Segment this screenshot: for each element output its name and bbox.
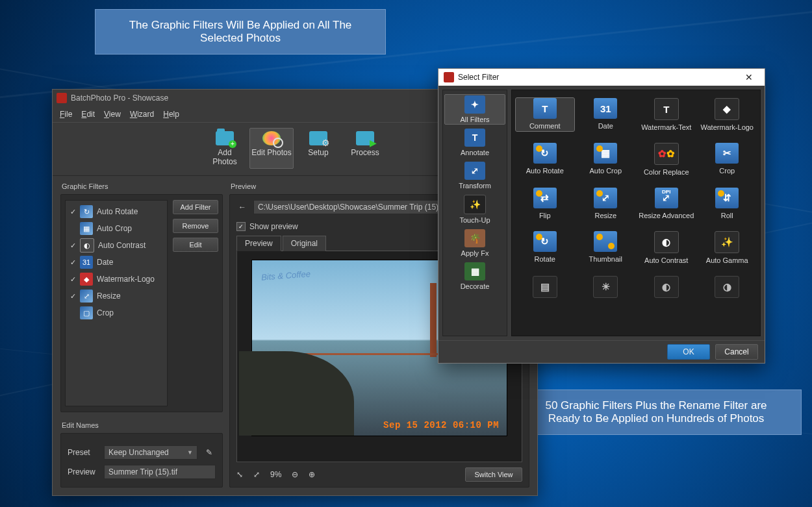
bridge-icon	[430, 283, 437, 356]
toolbar-setup-label: Setup	[308, 148, 328, 157]
ok-button[interactable]: OK	[667, 344, 710, 360]
path-back-button[interactable]: ←	[236, 203, 248, 212]
cancel-button[interactable]: Cancel	[715, 344, 758, 360]
filter-auto-rotate[interactable]: ↻Auto Rotate	[516, 143, 574, 176]
filter-comment[interactable]: TComment	[516, 98, 574, 131]
menu-file[interactable]: File	[55, 108, 77, 121]
toolbar-setup[interactable]: Setup	[296, 128, 340, 169]
remove-filter-button[interactable]: Remove	[173, 219, 218, 233]
watermark-logo-icon: ◆	[80, 273, 93, 286]
filter-row[interactable]: ▦ Auto Crop	[66, 220, 167, 237]
crop-icon: ✂	[715, 143, 739, 164]
filter-resize[interactable]: ⤢Resize	[577, 188, 635, 219]
filter-watermark-logo[interactable]: ◆Watermark-Logo	[698, 98, 757, 131]
filter-buttons: Add Filter Remove Edit	[173, 200, 218, 406]
fit-screen-icon[interactable]: ⤢	[253, 470, 260, 479]
grid-label: Auto Gamma	[706, 256, 748, 264]
tab-preview[interactable]: Preview	[236, 236, 281, 251]
preview-name-label: Preview	[68, 467, 104, 476]
category-annotate[interactable]: T Annotate	[444, 127, 505, 158]
filter-row[interactable]: ✓ ↻ Auto Rotate	[66, 203, 167, 220]
date-icon: 31	[594, 98, 617, 119]
menu-view[interactable]: View	[99, 108, 125, 121]
filter-label: Date	[97, 258, 113, 267]
filter-date[interactable]: 31Date	[577, 98, 635, 131]
filter-more[interactable]: ◑	[698, 276, 757, 301]
grid-label: Thumbnail	[589, 255, 622, 263]
filter-thumbnail[interactable]: Thumbnail	[577, 231, 635, 264]
show-preview-checkbox[interactable]: ✓	[236, 222, 246, 231]
filter-row[interactable]: ▢ Crop	[66, 304, 167, 321]
checkbox-icon[interactable]: ✓	[68, 241, 77, 250]
toolbar-edit-photos-label: Edit Photos	[251, 148, 291, 157]
preview-name-value: Summer Trip (15).tif	[108, 467, 177, 476]
filter-auto-gamma[interactable]: ✨Auto Gamma	[698, 231, 757, 264]
grid-label: Crop	[719, 167, 735, 175]
add-filter-button[interactable]: Add Filter	[173, 200, 218, 214]
checkbox-icon[interactable]: ✓	[68, 258, 77, 267]
all-filters-icon: ✦	[464, 95, 485, 114]
filter-auto-crop[interactable]: ▦Auto Crop	[577, 143, 635, 176]
category-all-filters[interactable]: ✦ All Filters	[444, 94, 505, 125]
menu-wizard[interactable]: Wizard	[125, 108, 159, 121]
toolbar-edit-photos[interactable]: Edit Photos	[249, 128, 294, 169]
filter-watermark-text[interactable]: TWatermark-Text	[637, 98, 696, 131]
edit-filter-button[interactable]: Edit	[173, 238, 218, 252]
grid-label: Color Replace	[644, 168, 689, 176]
menu-edit[interactable]: Edit	[77, 108, 99, 121]
toolbar-process[interactable]: Process	[343, 128, 387, 169]
filter-label: Resize	[97, 291, 121, 301]
filter-row[interactable]: ✓ ⤢ Resize	[66, 288, 167, 304]
filter-row[interactable]: ✓ 31 Date	[66, 254, 167, 271]
category-transform[interactable]: ⤢ Transform	[444, 160, 505, 191]
switch-view-button[interactable]: Switch View	[465, 467, 522, 482]
category-sidebar: ✦ All Filters T Annotate ⤢ Transform ✨ T…	[442, 90, 507, 336]
category-label: Annotate	[461, 149, 489, 156]
filter-more[interactable]: ☀	[577, 276, 635, 301]
category-touch-up[interactable]: ✨ Touch-Up	[444, 193, 505, 225]
more-icon: ▤	[533, 276, 557, 298]
gear-icon	[309, 131, 327, 145]
filters-panel: ✓ ↻ Auto Rotate ▦ Auto Crop ✓ ◐ Auto Con…	[60, 194, 223, 412]
filter-row[interactable]: ✓ ◐ Auto Contrast	[66, 237, 167, 254]
filter-roll[interactable]: ⇵Roll	[698, 188, 757, 219]
filter-row[interactable]: ✓ ◆ Watermark-Logo	[66, 271, 167, 288]
zoom-in-icon[interactable]: ⊕	[309, 470, 315, 479]
folder-plus-icon: +	[216, 131, 234, 145]
checkbox-icon[interactable]: ✓	[68, 275, 77, 284]
filter-auto-contrast[interactable]: ◐Auto Contrast	[637, 231, 696, 264]
toolbar-process-label: Process	[351, 148, 379, 157]
menu-help[interactable]: Help	[159, 108, 184, 121]
preview-name-field[interactable]: Summer Trip (15).tif	[104, 465, 216, 479]
filter-more[interactable]: ▤	[516, 276, 574, 301]
preview-timestamp: Sep 15 2012 06:10 PM	[383, 420, 499, 430]
tab-original[interactable]: Original	[283, 236, 326, 251]
preset-dropdown[interactable]: Keep Unchanged ▼	[104, 445, 197, 460]
grid-label: Flip	[539, 212, 551, 219]
callout-top: The Graphic Filters Will Be Applied on A…	[95, 9, 386, 55]
filter-list: ✓ ↻ Auto Rotate ▦ Auto Crop ✓ ◐ Auto Con…	[65, 200, 168, 406]
filter-more[interactable]: ◐	[637, 276, 696, 301]
auto-gamma-icon: ✨	[715, 231, 739, 253]
filter-rotate[interactable]: ↻Rotate	[516, 231, 574, 264]
filter-label: Auto Crop	[97, 224, 132, 233]
zoom-out-icon[interactable]: ⊖	[292, 470, 298, 479]
filter-crop[interactable]: ✂Crop	[698, 143, 757, 176]
checkbox-icon[interactable]: ✓	[68, 292, 77, 301]
toolbar-add-photos[interactable]: + Add Photos	[203, 128, 247, 169]
checkbox-icon[interactable]: ✓	[68, 208, 77, 216]
category-decorate[interactable]: ▦ Decorate	[444, 261, 505, 291]
play-icon	[356, 131, 374, 145]
close-icon[interactable]: ✕	[736, 72, 762, 82]
edit-preset-button[interactable]: ✎	[203, 448, 216, 457]
filter-resize-advanced[interactable]: DPI⤢Resize Advanced	[637, 188, 696, 219]
dialog-titlebar: Select Filter ✕	[438, 69, 765, 86]
category-apply-fx[interactable]: 🌴 Apply Fx	[444, 228, 505, 258]
filter-color-replace[interactable]: ✿✿Color Replace	[637, 143, 696, 176]
auto-rotate-icon: ↻	[533, 143, 557, 164]
fit-width-icon[interactable]: ⤡	[236, 470, 243, 479]
callout-bottom: 50 Graphic Filters Plus the Rename Filte…	[511, 390, 802, 435]
grid-label: Comment	[529, 122, 561, 130]
filter-flip[interactable]: ⇄Flip	[516, 188, 574, 219]
toolbar-add-photos-label: Add Photos	[212, 148, 236, 166]
